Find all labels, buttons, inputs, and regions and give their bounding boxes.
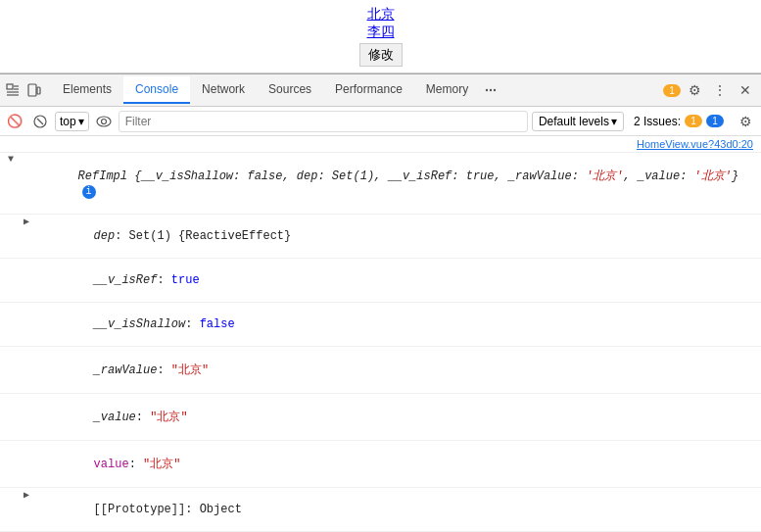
clear-console-icon[interactable]: 🚫 bbox=[4, 111, 25, 132]
console-line-3: __v_isRef: true bbox=[0, 259, 761, 303]
log-level-label: Default levels bbox=[539, 115, 609, 128]
line-content-6: _value: "北京" bbox=[37, 395, 761, 439]
console-settings-icon[interactable]: ⚙ bbox=[734, 110, 757, 133]
stop-icon[interactable] bbox=[29, 111, 51, 132]
console-line-2: dep: Set(1) {ReactiveEffect} bbox=[0, 215, 761, 259]
tab-sources[interactable]: Sources bbox=[257, 76, 323, 104]
modify-button[interactable]: 修改 bbox=[359, 43, 403, 67]
context-dropdown-icon: ▾ bbox=[78, 115, 84, 128]
tab-icons bbox=[4, 81, 43, 99]
close-devtools-icon[interactable]: ✕ bbox=[734, 78, 757, 102]
inspect-element-icon[interactable] bbox=[4, 81, 22, 99]
badge-container: 1 bbox=[663, 84, 681, 97]
tab-network[interactable]: Network bbox=[190, 76, 257, 104]
svg-point-7 bbox=[486, 89, 488, 91]
filter-input[interactable] bbox=[119, 111, 528, 132]
line-content-7: value: "北京" bbox=[37, 442, 761, 486]
line-content-2: dep: Set(1) {ReactiveEffect} bbox=[37, 216, 761, 257]
tab-memory[interactable]: Memory bbox=[414, 76, 480, 104]
svg-rect-6 bbox=[37, 87, 40, 94]
line-content-8: [[Prototype]]: Object bbox=[37, 489, 761, 530]
console-output: RefImpl {__v_isShallow: false, dep: Set(… bbox=[0, 153, 761, 532]
console-line-4: __v_isShallow: false bbox=[0, 303, 761, 347]
console-line-5: _rawValue: "北京" bbox=[0, 347, 761, 394]
source-link-bar: HomeView.vue?43d0:20 bbox=[0, 136, 761, 153]
device-toolbar-icon[interactable] bbox=[25, 81, 43, 99]
svg-point-12 bbox=[97, 117, 111, 126]
svg-line-11 bbox=[37, 119, 43, 124]
toggle-1[interactable] bbox=[8, 154, 20, 165]
tab-actions: 1 ⚙ ⋮ ✕ bbox=[663, 78, 757, 102]
context-selector[interactable]: top ▾ bbox=[55, 112, 89, 131]
console-line-7: value: "北京" bbox=[0, 441, 761, 488]
line-content-3: __v_isRef: true bbox=[37, 260, 761, 301]
filter-bar: 🚫 top ▾ Default levels ▾ 2 Issues: 1 1 ⚙ bbox=[0, 107, 761, 136]
issues-info-count: 1 bbox=[706, 115, 724, 127]
console-line-8: [[Prototype]]: Object bbox=[0, 488, 761, 532]
tab-bar: Elements Console Network Sources Perform… bbox=[0, 74, 761, 107]
svg-rect-5 bbox=[28, 84, 36, 96]
name-text[interactable]: 李四 bbox=[367, 24, 395, 41]
issues-warning-count: 1 bbox=[685, 115, 702, 127]
console-line-6: _value: "北京" bbox=[0, 394, 761, 441]
svg-point-8 bbox=[490, 89, 492, 91]
toggle-2[interactable] bbox=[24, 216, 35, 227]
line-content-4: __v_isShallow: false bbox=[37, 304, 761, 345]
devtools-panel: Elements Console Network Sources Perform… bbox=[0, 73, 761, 532]
issues-label: 2 Issues: bbox=[634, 115, 681, 128]
error-badge: 1 bbox=[663, 84, 681, 97]
log-level-dropdown-icon: ▾ bbox=[611, 115, 617, 128]
webpage-area: 北京 李四 修改 bbox=[0, 0, 761, 73]
city-text[interactable]: 北京 bbox=[367, 6, 395, 24]
settings-icon[interactable]: ⚙ bbox=[683, 78, 706, 102]
info-icon-1[interactable]: i bbox=[82, 185, 96, 199]
eye-icon[interactable] bbox=[93, 111, 115, 132]
log-level-selector[interactable]: Default levels ▾ bbox=[532, 112, 624, 131]
context-label: top bbox=[60, 115, 76, 128]
line-content-1: RefImpl {__v_isShallow: false, dep: Set(… bbox=[22, 154, 761, 213]
more-options-icon[interactable]: ⋮ bbox=[708, 78, 732, 102]
tab-elements[interactable]: Elements bbox=[51, 76, 123, 104]
tab-performance[interactable]: Performance bbox=[323, 76, 414, 104]
source-link[interactable]: HomeView.vue?43d0:20 bbox=[637, 138, 753, 150]
svg-rect-0 bbox=[7, 84, 13, 89]
more-tabs-icon[interactable] bbox=[482, 81, 499, 99]
tab-console[interactable]: Console bbox=[123, 76, 190, 104]
issues-button[interactable]: 2 Issues: 1 1 bbox=[628, 115, 730, 128]
svg-point-13 bbox=[101, 119, 106, 123]
svg-point-9 bbox=[494, 89, 496, 91]
line-content-5: _rawValue: "北京" bbox=[37, 348, 761, 392]
toggle-8[interactable] bbox=[24, 489, 35, 501]
console-line-1: RefImpl {__v_isShallow: false, dep: Set(… bbox=[0, 153, 761, 215]
